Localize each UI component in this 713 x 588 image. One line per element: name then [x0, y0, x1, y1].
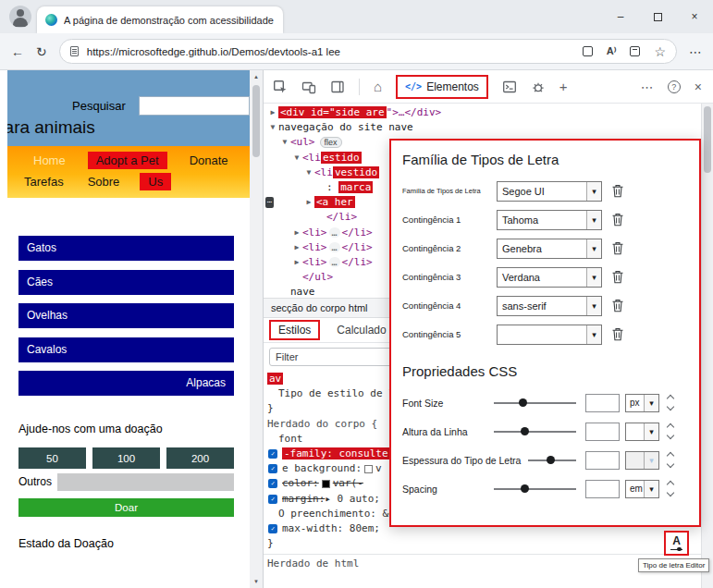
slider-thumb[interactable]: [547, 456, 555, 464]
dom-tree-row[interactable]: ▶<div id="side are">…</div>: [264, 105, 701, 120]
device-emulation-icon[interactable]: [301, 80, 316, 94]
font-family-select-conting-ncia-5[interactable]: ▾: [497, 325, 602, 345]
nav-link-us[interactable]: Us: [140, 173, 171, 190]
tab-styles[interactable]: Estilos: [269, 320, 320, 340]
slider-track[interactable]: [528, 459, 576, 461]
devtools-more-icon[interactable]: ⋯: [641, 80, 654, 93]
favorites-star-icon[interactable]: ☆: [654, 45, 666, 58]
delete-font-button[interactable]: [611, 213, 624, 227]
nav-link-donate[interactable]: Donate: [186, 152, 232, 169]
other-amount-input[interactable]: [57, 473, 234, 491]
delete-font-button[interactable]: [611, 299, 624, 312]
collections-icon[interactable]: [630, 46, 640, 56]
dock-side-icon[interactable]: [330, 80, 345, 94]
stepper-control[interactable]: [665, 394, 676, 412]
value-input[interactable]: [585, 451, 620, 470]
page-scrollbar[interactable]: ▲ ▼: [250, 70, 263, 588]
slider-track[interactable]: [494, 431, 576, 433]
font-family-select-conting-ncia-2[interactable]: Genebra▾: [497, 239, 602, 259]
split-screen-icon[interactable]: [583, 46, 593, 56]
value-input[interactable]: [585, 480, 620, 498]
style-rule-line[interactable]: Herdado de html: [264, 554, 701, 569]
unit-select[interactable]: ▾: [625, 423, 659, 441]
category-button-alpacas[interactable]: Alpacas: [18, 371, 234, 396]
property-checkbox[interactable]: ✓: [268, 464, 277, 473]
minimize-button[interactable]: –: [602, 0, 639, 33]
amount-button-50[interactable]: 50: [18, 447, 86, 469]
font-family-select-conting-ncia-1[interactable]: Tahoma▾: [497, 210, 602, 230]
disclosure-arrow-icon[interactable]: ▶: [291, 255, 302, 270]
scroll-down-icon[interactable]: ▼: [253, 575, 259, 588]
donate-button[interactable]: Doar: [18, 498, 234, 517]
disclosure-arrow-icon[interactable]: ▼: [267, 120, 278, 135]
nav-link-home[interactable]: Home: [30, 152, 69, 169]
profile-avatar[interactable]: [9, 6, 31, 28]
value-input[interactable]: [585, 394, 620, 412]
stepper-control[interactable]: [665, 451, 676, 470]
disclosure-arrow-icon[interactable]: ▼: [279, 135, 290, 150]
stepper-control[interactable]: [665, 480, 676, 498]
property-checkbox[interactable]: ✓: [268, 479, 277, 488]
slider-thumb[interactable]: [521, 427, 529, 435]
home-icon[interactable]: ⌂: [374, 80, 382, 93]
font-family-select-conting-ncia-4[interactable]: sans-serif▾: [497, 296, 602, 316]
unit-select[interactable]: ▾: [625, 451, 659, 470]
dom-tree-row[interactable]: ▼navegação do site nave: [264, 120, 701, 135]
nav-link-sobre[interactable]: Sobre: [84, 173, 124, 190]
property-checkbox[interactable]: ✓: [268, 524, 277, 533]
amount-button-100[interactable]: 100: [92, 447, 160, 469]
unit-select[interactable]: em▾: [625, 480, 659, 498]
back-button[interactable]: ←: [11, 45, 24, 58]
browser-tab[interactable]: A página de demonstração com acessibilid…: [37, 6, 283, 33]
nav-link-adopt-a-pet[interactable]: Adopt a Pet: [88, 152, 167, 169]
disclosure-arrow-icon[interactable]: ▶: [291, 240, 302, 255]
unit-select[interactable]: px▾: [625, 394, 659, 412]
delete-font-button[interactable]: [611, 241, 624, 255]
console-icon[interactable]: [502, 80, 517, 94]
devtools-close-icon[interactable]: ×: [695, 80, 702, 93]
disclosure-arrow-icon[interactable]: ▶: [267, 105, 278, 120]
devtools-scrollbar-thumb[interactable]: [704, 106, 711, 173]
slider-track[interactable]: [494, 402, 576, 404]
disclosure-arrow-icon[interactable]: ▼: [303, 165, 314, 180]
category-button-gatos[interactable]: Gatos: [18, 236, 234, 261]
font-family-select-conting-ncia-3[interactable]: Verdana▾: [497, 267, 602, 288]
value-input[interactable]: [585, 423, 620, 441]
stepper-control[interactable]: [665, 423, 676, 441]
tab-computed[interactable]: Calculado: [337, 324, 386, 337]
delete-font-button[interactable]: [611, 270, 624, 284]
help-icon[interactable]: ?: [668, 80, 681, 93]
delete-font-button[interactable]: [611, 184, 624, 198]
maximize-button[interactable]: [639, 0, 676, 33]
site-info-icon[interactable]: [70, 46, 79, 56]
debugger-bug-icon[interactable]: [531, 80, 546, 94]
add-tab-icon[interactable]: +: [559, 80, 568, 93]
disclosure-arrow-icon[interactable]: ▼: [291, 151, 302, 165]
category-button-ovelhas[interactable]: Ovelhas: [18, 303, 234, 328]
font-editor-button[interactable]: A: [664, 531, 689, 556]
browser-more-icon[interactable]: ⋯: [689, 45, 702, 58]
slider-track[interactable]: [494, 488, 576, 490]
close-button[interactable]: ×: [676, 0, 713, 33]
disclosure-arrow-icon[interactable]: ▶: [303, 195, 314, 210]
delete-font-button[interactable]: [611, 327, 624, 341]
property-checkbox[interactable]: ✓: [268, 495, 277, 504]
amount-button-200[interactable]: 200: [166, 447, 234, 469]
disclosure-arrow-icon[interactable]: ▶: [291, 226, 302, 240]
read-aloud-icon[interactable]: A⁾: [607, 46, 617, 56]
style-rule-line[interactable]: }: [264, 536, 701, 551]
slider-thumb[interactable]: [519, 398, 527, 407]
nav-link-tarefas[interactable]: Tarefas: [20, 173, 68, 190]
page-scrollbar-thumb[interactable]: [252, 85, 260, 157]
search-input[interactable]: [139, 96, 250, 116]
scroll-up-icon[interactable]: ▲: [253, 70, 259, 83]
refresh-button[interactable]: ↻: [36, 45, 47, 58]
font-family-select-fam-lia-de-tipos-de-letra[interactable]: Segoe UI▾: [497, 181, 602, 202]
property-checkbox[interactable]: ✓: [268, 449, 277, 459]
more-actions-button[interactable]: ⋯: [265, 197, 274, 208]
tab-elements[interactable]: </> Elementos: [396, 75, 488, 99]
devtools-scrollbar[interactable]: [701, 104, 713, 588]
category-button-c-es[interactable]: Cães: [18, 270, 234, 295]
url-bar[interactable]: https://microsoftedge.github.io/Demos/de…: [59, 39, 677, 64]
slider-thumb[interactable]: [521, 484, 529, 493]
